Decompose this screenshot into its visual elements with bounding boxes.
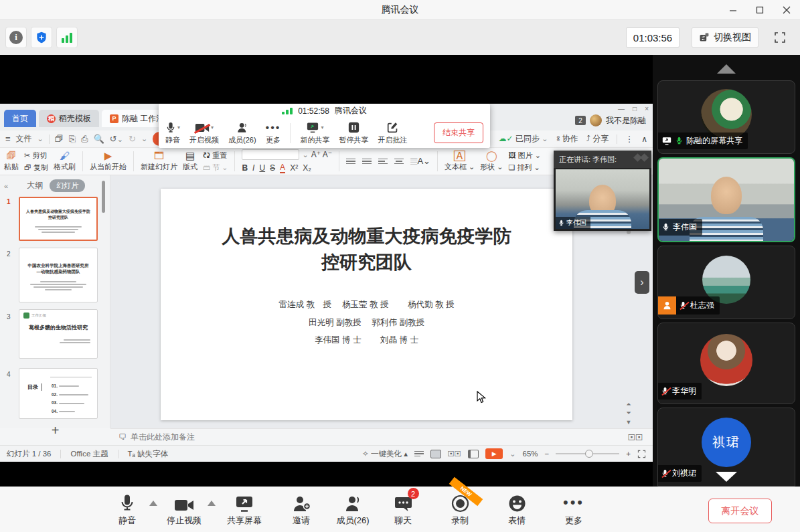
- wps-window-controls[interactable]: —□×: [618, 105, 649, 112]
- sidebar-collapse-handle[interactable]: ›: [635, 271, 649, 294]
- zoom-level[interactable]: 65%: [523, 450, 538, 458]
- share-screen-button[interactable]: 共享屏幕: [216, 493, 272, 527]
- paste-button[interactable]: 🗊粘贴: [4, 151, 19, 172]
- participant-tile-liweiguo[interactable]: 李伟国: [657, 157, 795, 242]
- save-icon[interactable]: 🗇: [55, 134, 64, 144]
- output-icon[interactable]: ⎘: [69, 134, 76, 145]
- beautify-button[interactable]: ✧ 一键美化 ▴: [362, 449, 408, 459]
- wps-notification-badge[interactable]: 2: [575, 116, 586, 125]
- section-button[interactable]: 🗃 节 ⌄: [203, 163, 228, 173]
- layout-button[interactable]: ▤版式: [183, 151, 197, 172]
- wps-file-menu[interactable]: 文件: [16, 133, 32, 145]
- stop-video-button[interactable]: 停止视频: [156, 493, 212, 527]
- undo-icon[interactable]: ↺⌄: [110, 134, 123, 144]
- participants-scroll-down[interactable]: [716, 472, 737, 482]
- notes-toggle-icon[interactable]: [414, 451, 424, 457]
- font-name-box[interactable]: [242, 149, 299, 160]
- slide-thumbnail-2[interactable]: 中国农业科学院上海兽医研究所 —动物抗感染药物团队: [19, 248, 98, 302]
- new-slide-button[interactable]: 🗔新建幻灯片: [141, 151, 177, 172]
- close-button[interactable]: [773, 0, 800, 20]
- members-button[interactable]: 成员(26): [325, 493, 381, 527]
- menu-icon[interactable]: ≡: [5, 134, 11, 144]
- end-share-button[interactable]: 结束共享: [434, 122, 483, 143]
- participant-tile-screenshare[interactable]: 陈融的屏幕共享: [657, 80, 795, 154]
- theme-name[interactable]: Office 主题: [70, 449, 108, 459]
- copy-button[interactable]: 🗗 复制: [24, 163, 48, 173]
- redo-icon[interactable]: ↻: [129, 134, 136, 144]
- align-left-icon[interactable]: [378, 159, 388, 165]
- cut-button[interactable]: ✂ 剪切: [24, 151, 48, 161]
- overlay-members-button[interactable]: 成员(26): [228, 121, 256, 145]
- reading-view-icon[interactable]: [468, 450, 479, 458]
- wps-username[interactable]: 我不是陈融: [606, 115, 646, 126]
- preview-icon[interactable]: 🔍: [94, 134, 104, 144]
- page-down-icon[interactable]: ⏷: [625, 410, 633, 417]
- wps-collapse-ribbon[interactable]: ∧: [641, 135, 647, 144]
- zoom-in-button[interactable]: +: [626, 450, 631, 458]
- wps-tab-home[interactable]: 首页: [4, 110, 36, 127]
- slide-thumbnail-1[interactable]: 人兽共患病及动物重大疫病免疫学防控研究团队: [19, 197, 98, 241]
- fullscreen-button[interactable]: [772, 29, 788, 46]
- wps-collab-button[interactable]: 🯅 协作: [556, 133, 578, 145]
- notes-bar[interactable]: 🗨 单击此处添加备注 🞔🞔: [110, 428, 653, 445]
- slides-tab[interactable]: 幻灯片: [50, 179, 85, 192]
- zoom-slider[interactable]: [556, 453, 619, 454]
- mute-button[interactable]: 静音: [99, 493, 155, 527]
- minimize-button[interactable]: [720, 0, 746, 20]
- page-up-icon[interactable]: ⏶: [625, 401, 633, 408]
- wps-synced-status[interactable]: ☁✓ 已同步 ⌄: [499, 133, 548, 145]
- meeting-info-button[interactable]: i: [5, 27, 27, 48]
- picture-button[interactable]: 🖼 图片 ⌄: [509, 151, 541, 161]
- overlay-new-share-button[interactable]: ▾ 新的共享: [300, 121, 329, 145]
- textbox-button[interactable]: 🄰文本框 ⌄: [445, 151, 475, 172]
- invite-button[interactable]: 邀请: [273, 493, 329, 527]
- participants-scroll-up[interactable]: [717, 64, 736, 74]
- normal-view-icon[interactable]: [430, 450, 441, 458]
- switch-view-button[interactable]: 切换视图: [692, 27, 758, 48]
- wps-tab-docer[interactable]: 稻稻壳模板: [39, 110, 99, 127]
- participant-tile-lihuaming[interactable]: 李华明: [657, 323, 795, 404]
- record-button[interactable]: NEW 录制: [432, 493, 488, 527]
- fit-slide-icon[interactable]: [637, 450, 646, 458]
- text-direction-icon[interactable]: 𝄙A⌄: [410, 156, 430, 167]
- collapse-panel-icon[interactable]: «: [4, 182, 8, 190]
- overlay-start-video-button[interactable]: ▾ 开启视频: [189, 121, 219, 145]
- print-icon[interactable]: ⎙: [81, 134, 88, 145]
- slideshow-play-button[interactable]: ▶: [485, 448, 503, 459]
- zoom-out-button[interactable]: −: [545, 450, 550, 458]
- participant-tile-duzhiqiang[interactable]: 杜志强: [657, 246, 795, 319]
- grid-view-icon[interactable]: 🞔🞔: [628, 432, 643, 443]
- chat-button[interactable]: 2 聊天: [375, 493, 431, 527]
- play-from-current-button[interactable]: ▶从当前开始: [90, 151, 127, 172]
- slide-thumbnail-4[interactable]: 目录 01. 02. 03. 04.: [19, 368, 98, 419]
- overlay-mute-button[interactable]: ▾ 静音: [165, 121, 180, 145]
- missing-font-warning[interactable]: Tₐ 缺失字体: [128, 449, 169, 459]
- format-painter-button[interactable]: 🖌格式刷: [54, 151, 76, 172]
- security-button[interactable]: [31, 27, 52, 48]
- add-slide-button[interactable]: +: [0, 423, 110, 438]
- maximize-button[interactable]: [746, 0, 773, 20]
- outline-tab[interactable]: 大纲: [27, 180, 43, 191]
- slide-sorter-icon[interactable]: 🞔🞔: [448, 450, 461, 458]
- numbered-list-icon[interactable]: [362, 159, 372, 165]
- scroll-down-icon[interactable]: ▼: [625, 419, 633, 426]
- shape-button[interactable]: ◯形状 ⌄: [480, 151, 503, 172]
- format-buttons[interactable]: BIUS AX²X₂: [242, 163, 311, 173]
- more-button[interactable]: ••• 更多: [546, 493, 602, 527]
- wps-more-menu[interactable]: ⋮: [625, 135, 633, 144]
- leave-meeting-button[interactable]: 离开会议: [708, 499, 772, 523]
- slide-thumbnail-3[interactable]: 工作汇报 葛根多糖的生物活性研究: [19, 309, 98, 359]
- overlay-annotate-button[interactable]: 开启批注: [378, 121, 407, 145]
- overlay-pause-share-button[interactable]: 暂停共享: [339, 121, 368, 145]
- overlay-more-button[interactable]: ••• 更多: [266, 121, 281, 145]
- arrange-button[interactable]: ❏ 排列 ⌄: [509, 163, 541, 173]
- panel-scrollbar[interactable]: [102, 181, 105, 213]
- align-center-icon[interactable]: [394, 159, 404, 165]
- active-speaker-popup[interactable]: 正在讲话: 李伟国: 李伟国: [554, 151, 651, 231]
- bullet-list-icon[interactable]: [346, 159, 355, 165]
- wps-share-button[interactable]: ⤴ 分享: [586, 133, 609, 145]
- current-slide[interactable]: 人兽共患病及动物重大疫病免疫学防控研究团队 雷连成 教 授 杨玉莹 教 授 杨代…: [161, 189, 572, 420]
- wps-user-avatar[interactable]: [590, 114, 602, 126]
- video-options-caret[interactable]: [208, 501, 216, 506]
- network-quality-button[interactable]: [56, 27, 78, 48]
